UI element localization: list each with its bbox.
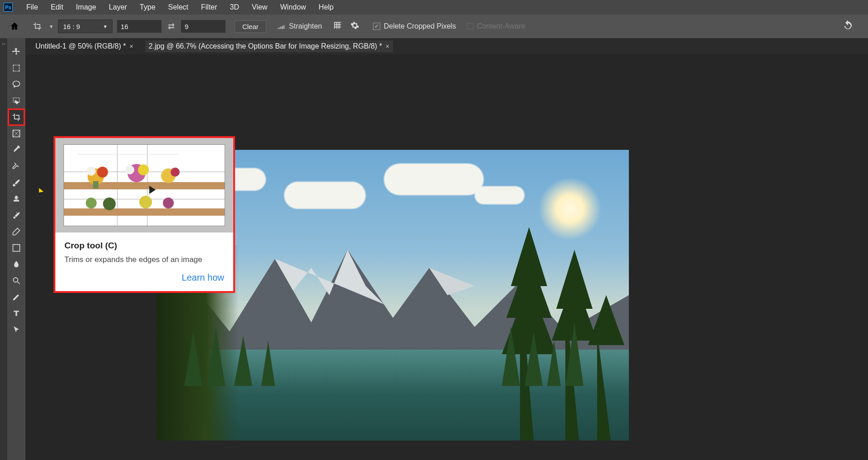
svg-point-26 <box>125 165 134 174</box>
tool-path-select[interactable] <box>8 322 25 338</box>
menu-filter[interactable]: Filter <box>195 1 224 13</box>
aspect-ratio-value: 16 : 9 <box>63 23 80 30</box>
menu-view[interactable]: View <box>245 1 274 13</box>
tooltip-preview <box>55 138 233 232</box>
svg-point-28 <box>171 168 180 177</box>
svg-rect-23 <box>93 181 98 188</box>
tab-close-icon[interactable]: × <box>386 43 389 50</box>
learn-how-link[interactable]: Learn how <box>64 272 224 283</box>
content-aware-label: Content-Aware <box>477 22 525 30</box>
menu-bar: Ps File Edit Image Layer Type Select Fil… <box>0 0 868 15</box>
menu-3d[interactable]: 3D <box>224 1 245 13</box>
tool-eyedropper[interactable] <box>8 142 25 158</box>
clear-button[interactable]: Clear <box>235 20 266 33</box>
toolbox <box>7 38 25 460</box>
tool-type[interactable] <box>8 305 25 322</box>
menu-layer[interactable]: Layer <box>103 1 133 13</box>
tool-zoom[interactable] <box>8 272 25 289</box>
play-icon <box>149 186 156 194</box>
svg-point-31 <box>139 196 152 208</box>
svg-marker-18 <box>547 341 561 386</box>
svg-point-22 <box>87 167 96 176</box>
tool-pen[interactable] <box>8 289 25 305</box>
cursor-arrow-icon <box>39 188 44 193</box>
menu-file[interactable]: File <box>20 1 44 13</box>
tool-crop[interactable] <box>8 109 25 125</box>
overlay-grid-icon[interactable] <box>333 21 342 32</box>
svg-point-32 <box>163 198 174 208</box>
app-logo: Ps <box>4 3 13 12</box>
svg-rect-33 <box>78 154 177 154</box>
tab-untitled[interactable]: Untitled-1 @ 50% (RGB/8) * × <box>32 40 137 52</box>
svg-marker-16 <box>502 327 520 386</box>
tab-label: Untitled-1 @ 50% (RGB/8) * <box>35 42 126 50</box>
delete-cropped-checkbox[interactable]: ✓ Delete Cropped Pixels <box>373 22 456 30</box>
svg-marker-15 <box>261 341 275 386</box>
tool-brush[interactable] <box>8 174 25 191</box>
crop-tool-icon[interactable] <box>28 22 46 31</box>
svg-point-29 <box>86 198 97 208</box>
caret-down-icon: ▼ <box>103 24 108 29</box>
home-button[interactable] <box>5 17 24 35</box>
tab-label: 2.jpg @ 66.7% (Accessing the Options Bar… <box>149 42 382 50</box>
tool-lasso[interactable] <box>8 76 25 93</box>
svg-marker-17 <box>525 331 543 386</box>
svg-marker-14 <box>234 336 252 386</box>
crop-width-input[interactable]: 16 <box>117 20 162 33</box>
document-tabs: Untitled-1 @ 50% (RGB/8) * × 2.jpg @ 66.… <box>25 38 868 54</box>
tooltip-description: Trims or expands the edges of an image <box>64 255 224 264</box>
menu-window[interactable]: Window <box>274 1 312 13</box>
menu-image[interactable]: Image <box>69 1 102 13</box>
checkbox-checked-icon: ✓ <box>373 23 380 30</box>
tool-tooltip: Crop tool (C) Trims or expands the edges… <box>54 136 235 293</box>
tool-history-brush[interactable] <box>8 207 25 223</box>
svg-rect-1 <box>13 245 20 252</box>
tool-quick-select[interactable] <box>8 93 25 109</box>
reset-crop-icon[interactable] <box>842 19 854 34</box>
svg-point-21 <box>97 167 108 178</box>
svg-point-2 <box>13 277 18 282</box>
straighten-button[interactable]: Straighten <box>276 22 322 31</box>
delete-cropped-label: Delete Cropped Pixels <box>384 22 456 30</box>
swap-dimensions-icon[interactable]: ⇄ <box>166 21 177 31</box>
straighten-label: Straighten <box>289 22 322 30</box>
svg-marker-13 <box>207 327 225 386</box>
menu-edit[interactable]: Edit <box>44 1 70 13</box>
tooltip-thumbnail <box>64 144 225 226</box>
menu-help[interactable]: Help <box>312 1 340 13</box>
tool-frame[interactable] <box>8 125 25 142</box>
options-bar: ▼ 16 : 9 ▼ 16 ⇄ 9 Clear Straighten ✓ Del… <box>0 15 868 38</box>
menu-select[interactable]: Select <box>162 1 195 13</box>
canvas-area[interactable]: Crop tool (C) Trims or expands the edges… <box>25 54 868 460</box>
tab-2jpg[interactable]: 2.jpg @ 66.7% (Accessing the Options Bar… <box>145 40 393 52</box>
tooltip-title: Crop tool (C) <box>64 241 224 251</box>
svg-point-25 <box>138 164 149 175</box>
tool-move[interactable] <box>8 44 25 60</box>
aspect-ratio-select[interactable]: 16 : 9 ▼ <box>58 20 113 33</box>
tool-rect-marquee[interactable] <box>8 60 25 76</box>
panel-collapse-grip[interactable]: ›› <box>0 38 7 460</box>
tab-close-icon[interactable]: × <box>129 43 133 50</box>
svg-marker-12 <box>184 331 202 386</box>
svg-point-30 <box>103 198 116 210</box>
svg-rect-0 <box>13 245 20 252</box>
tool-clone-stamp[interactable] <box>8 191 25 207</box>
tool-gradient[interactable] <box>8 240 25 256</box>
tool-healing-brush[interactable] <box>8 158 25 174</box>
svg-marker-19 <box>565 322 584 386</box>
tool-eraser[interactable] <box>8 223 25 240</box>
crop-height-input[interactable]: 9 <box>181 20 226 33</box>
crop-settings-icon[interactable] <box>350 21 359 32</box>
menu-type[interactable]: Type <box>133 1 162 13</box>
tool-preset-caret-icon[interactable]: ▼ <box>49 24 54 29</box>
content-aware-checkbox[interactable]: Content-Aware <box>467 22 525 30</box>
tool-blur[interactable] <box>8 256 25 272</box>
